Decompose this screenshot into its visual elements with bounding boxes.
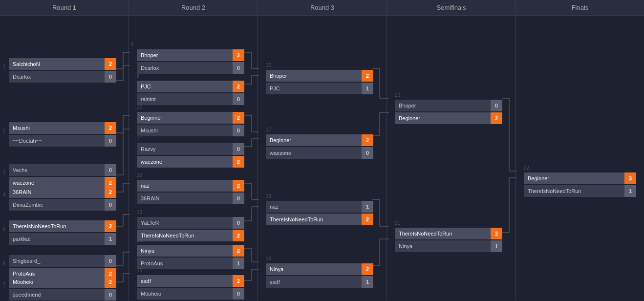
team-score: 2 — [233, 180, 244, 192]
team-name: naz — [266, 201, 362, 213]
team-name: PJC — [266, 83, 362, 94]
header-round1: Round 1 — [0, 0, 129, 15]
team-row: PJC 1 — [266, 83, 373, 94]
team-score: 1 — [624, 185, 636, 197]
team-name: SalchichoN — [9, 58, 105, 70]
match-r3-18: 18 naz 1 ThereIsNoNeedToRun 2 — [266, 194, 373, 225]
team-row: Bhoper 2 — [137, 49, 244, 61]
team-name: raintnt — [137, 93, 233, 105]
team-score: 0 — [233, 217, 244, 229]
team-score: 1 — [362, 83, 373, 94]
team-row: Msushi 0 — [137, 125, 244, 136]
team-name: sadf — [266, 276, 362, 288]
team-score: 2 — [233, 49, 244, 61]
team-row: waezone 0 — [266, 147, 373, 159]
bracket-container: Round 1 Round 2 Round 3 Semifinals Final… — [0, 0, 644, 301]
match-r1-1: 1 SalchichoN 2 Dcarlox 0 — [9, 58, 116, 83]
match-r1-3: 3 Vechs 0 waezone 2 — [9, 164, 116, 189]
match-number-9: 8 — [137, 73, 244, 79]
team-row: Vechs 0 — [9, 164, 116, 176]
match-number-6: 6 — [3, 261, 6, 266]
team-row: naz 1 — [266, 201, 373, 213]
team-row: 36RAIN 0 — [137, 193, 244, 204]
team-row: Razvy 0 — [137, 143, 244, 155]
match-r2-14: 14 Ninya 2 ProtoAus 1 — [137, 237, 244, 269]
team-row: parklez 1 — [9, 233, 116, 245]
team-row: Beginner 2 — [395, 112, 502, 124]
team-name: Ninya — [266, 263, 362, 275]
team-score: 2 — [233, 156, 244, 168]
match-number-15: 15 — [137, 268, 244, 273]
team-row: ThereIsNoNeedToRun 1 — [524, 185, 636, 197]
team-name: Beginner — [524, 172, 624, 184]
team-row: sadf 1 — [266, 276, 373, 288]
team-row: Beginner 3 — [524, 172, 636, 184]
match-number-1: 1 — [3, 64, 6, 69]
team-row: ThereIsNoNeedToRun 2 — [9, 220, 116, 232]
team-name: ~~Doctah~~ — [9, 135, 105, 147]
team-row: Bhoper 2 — [266, 70, 373, 82]
team-name: Razvy — [137, 143, 233, 155]
match-r2-13: 13 YaLTeR 0 ThereIsNoNeedToRun 2 — [137, 210, 244, 241]
team-name: 36RAIN — [137, 193, 233, 204]
team-name: Msushi — [9, 122, 105, 134]
team-row: Dcarlox 0 — [137, 62, 244, 74]
match-number-7: 7 — [3, 282, 6, 287]
team-score: 2 — [105, 58, 116, 70]
team-row: YaLTeR 0 — [137, 217, 244, 229]
bracket-body: 1 SalchichoN 2 Dcarlox 0 2 Msushi 2 ~~Do… — [0, 16, 644, 301]
team-score: 0 — [491, 100, 502, 111]
header-round2: Round 2 — [129, 0, 258, 15]
team-score: 2 — [105, 186, 116, 198]
divider-1 — [129, 16, 129, 301]
team-name: Mboheio — [137, 288, 233, 300]
match-number-17: 17 — [266, 127, 373, 132]
match-number-20: 20 — [395, 92, 502, 98]
header-round3: Round 3 — [258, 0, 387, 15]
team-row: DimaZombie 0 — [9, 199, 116, 211]
match-number-2: 2 — [3, 128, 6, 133]
match-r2-11: 11 Razvy 0 waezone 2 — [137, 136, 244, 168]
team-row: speedfriend 0 — [9, 289, 116, 301]
team-score: 0 — [105, 164, 116, 176]
match-r2-12: 12 naz 2 36RAIN 0 — [137, 172, 244, 204]
team-score: 2 — [362, 263, 373, 275]
team-score: 0 — [233, 62, 244, 74]
team-row: SalchichoN 2 — [9, 58, 116, 70]
team-name: waezone — [266, 147, 362, 159]
team-row: Mboheio 2 — [9, 276, 116, 288]
match-semi-21: 21 ThereIsNoNeedToRun 2 Ninya 1 — [395, 220, 502, 252]
match-number-8: 9 — [131, 42, 238, 47]
team-row: naz 2 — [137, 180, 244, 192]
team-row: Mboheio 0 — [137, 288, 244, 300]
team-score: 0 — [233, 143, 244, 155]
team-name: waezone — [137, 156, 233, 168]
team-name: Vechs — [9, 164, 105, 176]
team-score: 0 — [233, 93, 244, 105]
team-name: Beginner — [137, 112, 233, 124]
team-score: 2 — [233, 81, 244, 92]
team-score: 0 — [105, 135, 116, 147]
match-r3-17: 17 Beginner 2 waezone 0 — [266, 127, 373, 159]
header-finals: Finals — [516, 0, 644, 15]
team-row: Ninya 2 — [137, 245, 244, 257]
team-score: 2 — [105, 276, 116, 288]
team-name: Bhoper — [137, 49, 233, 61]
team-name: Beginner — [395, 112, 491, 124]
team-name: Mboheio — [9, 276, 105, 288]
team-row: Bhoper 0 — [395, 100, 502, 111]
team-row: PJC 2 — [137, 81, 244, 92]
team-name: Dcarlox — [137, 62, 233, 74]
team-name: PJC — [137, 81, 233, 92]
team-score: 2 — [362, 70, 373, 82]
team-row: ThereIsNoNeedToRun 2 — [395, 228, 502, 239]
team-score: 2 — [233, 112, 244, 124]
match-number-22: 22 — [524, 165, 636, 171]
match-number-4: 4 — [3, 192, 6, 197]
team-score: 2 — [233, 245, 244, 257]
match-r1-5: 5 ThereIsNoNeedToRun 2 parklez 1 — [9, 220, 116, 245]
team-score: 2 — [362, 134, 373, 146]
team-row: Shigbeard_ 0 — [9, 255, 116, 267]
team-score: 3 — [624, 172, 636, 184]
team-name: speedfriend — [9, 289, 105, 301]
